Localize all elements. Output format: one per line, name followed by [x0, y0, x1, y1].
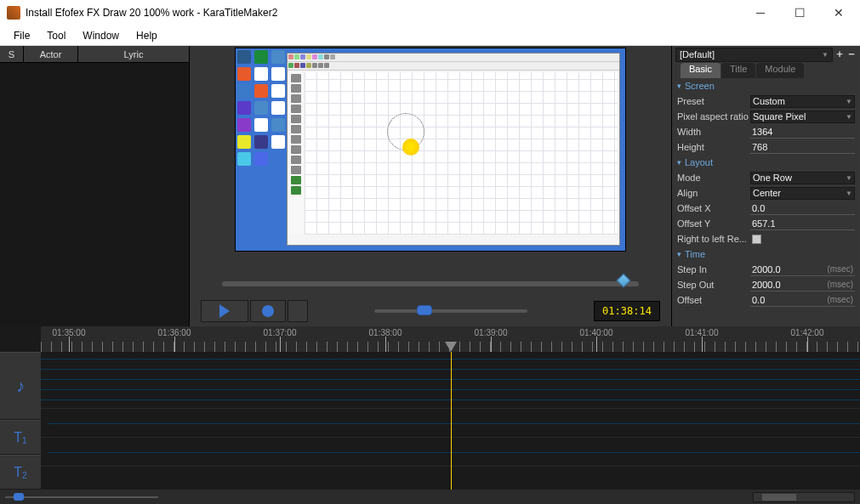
- desktop-icon: [271, 67, 285, 81]
- label-width: Width: [677, 127, 750, 137]
- speed-slider[interactable]: [310, 309, 592, 313]
- menu-help[interactable]: Help: [128, 28, 166, 43]
- timecode-display: 01:38:14: [594, 301, 660, 321]
- field-align[interactable]: Center▼: [750, 187, 855, 200]
- section-layout[interactable]: Layout: [672, 155, 860, 170]
- desktop-icon: [237, 84, 251, 98]
- play-button[interactable]: [201, 300, 248, 322]
- menu-bar: File Tool Window Help: [0, 25, 860, 46]
- label-align: Align: [677, 188, 750, 198]
- timeline-tracks: ♪ T1 T2: [0, 352, 860, 490]
- field-stepout[interactable]: 2000.0(msec): [750, 279, 855, 292]
- timeline: 01:35:00 01:36:00 01:37:00 01:38:00 01:3…: [0, 326, 860, 504]
- embedded-toolbar-2: [288, 62, 619, 71]
- menu-file[interactable]: File: [5, 28, 38, 43]
- label-stepout: Step Out: [677, 280, 750, 290]
- section-time[interactable]: Time: [672, 246, 860, 262]
- field-rtl[interactable]: [750, 233, 855, 246]
- field-par[interactable]: Square Pixel▼: [750, 110, 855, 123]
- add-preset-button[interactable]: +: [834, 48, 845, 60]
- ruler-mark: 01:36:00: [158, 328, 191, 337]
- desktop-icon: [254, 84, 268, 98]
- column-lyric[interactable]: Lyric: [78, 46, 189, 62]
- field-offsety[interactable]: 657.1: [750, 218, 855, 230]
- horizontal-scrollbar[interactable]: [753, 492, 855, 502]
- desktop-icon: [237, 50, 251, 64]
- preview-scrubber[interactable]: [222, 281, 639, 286]
- label-offset: Offset: [677, 295, 750, 305]
- embedded-toolbar: [288, 54, 619, 62]
- window-title: Install Efofex FX Draw 20 100% work - Ka…: [26, 7, 741, 19]
- chevron-down-icon: ▼: [846, 174, 852, 182]
- ruler-mark: 01:41:00: [686, 328, 719, 337]
- slider-thumb[interactable]: [417, 305, 432, 315]
- field-mode[interactable]: One Row▼: [750, 172, 855, 184]
- column-actor[interactable]: Actor: [24, 46, 78, 62]
- desktop-icon: [254, 118, 268, 132]
- property-tabs: Basic Title Module: [672, 63, 860, 78]
- music-note-icon: ♪: [16, 377, 25, 396]
- column-s[interactable]: S: [0, 46, 24, 62]
- ruler-mark: 01:42:00: [791, 328, 824, 337]
- preset-bar: [Default]▼ + −: [672, 46, 860, 63]
- zoom-slider[interactable]: [5, 496, 158, 499]
- track-label-music[interactable]: ♪: [0, 352, 41, 420]
- menu-tool[interactable]: Tool: [38, 28, 74, 43]
- field-preset[interactable]: Custom▼: [750, 95, 855, 108]
- remove-preset-button[interactable]: −: [846, 48, 857, 60]
- label-offsetx: Offset X: [677, 203, 750, 213]
- stop-button[interactable]: [288, 300, 308, 322]
- desktop-icon: [254, 152, 268, 166]
- label-par: Pixel aspect ratio: [677, 111, 750, 122]
- section-screen[interactable]: Screen: [672, 78, 860, 93]
- desktop-icon: [271, 118, 285, 132]
- preset-value: [Default]: [680, 49, 715, 59]
- desktop-icon: [254, 50, 268, 64]
- main-area: S Actor Lyric: [0, 46, 860, 326]
- label-stepin: Step In: [677, 264, 750, 275]
- field-stepin[interactable]: 2000.0(msec): [750, 263, 855, 276]
- preset-dropdown[interactable]: [Default]▼: [675, 48, 833, 62]
- desktop-icon: [254, 101, 268, 115]
- tab-module[interactable]: Module: [756, 63, 804, 78]
- chevron-down-icon: ▼: [846, 98, 852, 105]
- tab-title[interactable]: Title: [721, 63, 755, 78]
- chevron-down-icon: ▼: [822, 51, 829, 59]
- checkbox-rtl[interactable]: [752, 235, 761, 244]
- menu-window[interactable]: Window: [74, 28, 128, 43]
- tab-basic[interactable]: Basic: [681, 63, 720, 78]
- record-button[interactable]: [250, 300, 286, 322]
- track-label-t2[interactable]: T2: [0, 455, 41, 490]
- ruler-mark: 01:38:00: [369, 328, 402, 337]
- properties-panel: [Default]▼ + − Basic Title Module Screen…: [671, 46, 860, 326]
- scrollbar-thumb[interactable]: [762, 494, 796, 501]
- desktop-icon: [237, 101, 251, 115]
- app-icon: [7, 6, 20, 20]
- embedded-sidebar: [289, 72, 303, 235]
- ruler-mark: 01:35:00: [53, 328, 86, 337]
- track-label-t1[interactable]: T1: [0, 420, 41, 455]
- minimize-button[interactable]: ─: [741, 0, 780, 25]
- desktop-icons: [237, 50, 288, 166]
- maximize-button[interactable]: ☐: [780, 0, 819, 25]
- desktop-icon: [237, 118, 251, 132]
- desktop-icon: [237, 152, 251, 166]
- desktop-icon: [271, 101, 285, 115]
- zoom-thumb[interactable]: [14, 493, 24, 501]
- field-offset[interactable]: 0.0(msec): [750, 294, 855, 307]
- property-list: Screen PresetCustom▼ Pixel aspect ratioS…: [672, 78, 860, 326]
- label-offsety: Offset Y: [677, 218, 750, 229]
- field-height[interactable]: 768: [750, 141, 855, 154]
- desktop-icon: [271, 135, 285, 149]
- timeline-ruler[interactable]: 01:35:00 01:36:00 01:37:00 01:38:00 01:3…: [41, 326, 860, 352]
- label-preset: Preset: [677, 96, 750, 106]
- video-preview[interactable]: [235, 48, 626, 252]
- chevron-down-icon: ▼: [846, 113, 852, 121]
- ruler-mark: 01:37:00: [264, 328, 297, 337]
- field-width[interactable]: 1364: [750, 126, 855, 139]
- close-button[interactable]: ✕: [819, 0, 858, 25]
- label-rtl: Right to left Re...: [677, 234, 750, 244]
- record-icon: [262, 305, 274, 317]
- field-offsetx[interactable]: 0.0: [750, 202, 855, 215]
- chevron-down-icon: ▼: [846, 190, 852, 197]
